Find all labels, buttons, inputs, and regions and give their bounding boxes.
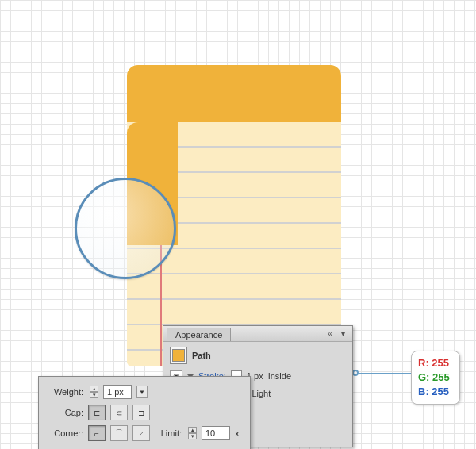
appearance-item-row[interactable]: Path: [170, 347, 346, 364]
weight-row: Weight: ▴▾ 1 px ▼: [45, 383, 244, 401]
cap-row: Cap: ⊏ ⊂ ⊐: [45, 404, 244, 421]
corner-bevel-button[interactable]: ⟋: [132, 425, 150, 441]
weight-input[interactable]: 1 px: [103, 385, 132, 399]
step-up-icon[interactable]: ▴: [188, 427, 197, 433]
corner-label: Corner:: [45, 428, 83, 438]
panel-menu-icon[interactable]: ▾: [336, 328, 349, 340]
r-label: R:: [418, 357, 429, 369]
r-value: 255: [432, 357, 449, 369]
corner-row: Corner: ⌐ ⌒ ⟋ Limit: ▴▾ 10 x: [45, 424, 244, 442]
cap-projecting-button[interactable]: ⊐: [132, 405, 150, 420]
panel-collapse-icon[interactable]: «: [324, 328, 336, 340]
stroke-align-readout: Inside: [268, 371, 291, 381]
rule-line: [127, 273, 341, 274]
weight-stepper[interactable]: ▴▾: [90, 386, 98, 398]
stroke-options-panel: Weight: ▴▾ 1 px ▼ Cap: ⊏ ⊂ ⊐ Corner: ⌐ ⌒…: [38, 376, 251, 449]
corner-round-button[interactable]: ⌒: [110, 425, 128, 441]
magnifier-lens: [75, 178, 176, 279]
limit-input[interactable]: 10: [202, 426, 230, 440]
rgb-callout: R: 255 G: 255 B: 255: [411, 351, 460, 405]
weight-dropdown-icon[interactable]: ▼: [136, 386, 148, 398]
appearance-tab[interactable]: Appearance: [167, 328, 231, 341]
weight-label: Weight:: [45, 387, 83, 397]
corner-miter-button[interactable]: ⌐: [88, 425, 106, 441]
rule-line: [127, 298, 341, 300]
b-value: 255: [432, 386, 449, 397]
b-label: B:: [418, 386, 429, 397]
cap-round-button[interactable]: ⊂: [110, 405, 128, 420]
cap-butt-button[interactable]: ⊏: [88, 405, 106, 420]
limit-suffix: x: [235, 428, 240, 438]
limit-label: Limit:: [155, 428, 182, 438]
g-value: 255: [432, 371, 450, 383]
item-type-label: Path: [192, 351, 211, 360]
callout-leader-line: [357, 373, 413, 374]
item-thumbnail: [170, 347, 187, 364]
step-up-icon[interactable]: ▴: [90, 386, 98, 392]
cap-label: Cap:: [45, 408, 83, 417]
notepad-binding: [127, 65, 341, 122]
g-label: G:: [418, 371, 429, 383]
limit-stepper[interactable]: ▴▾: [188, 427, 197, 439]
step-down-icon[interactable]: ▾: [90, 392, 98, 398]
appearance-panel-header: Appearance « ▾: [163, 326, 352, 342]
step-down-icon[interactable]: ▾: [188, 433, 197, 439]
